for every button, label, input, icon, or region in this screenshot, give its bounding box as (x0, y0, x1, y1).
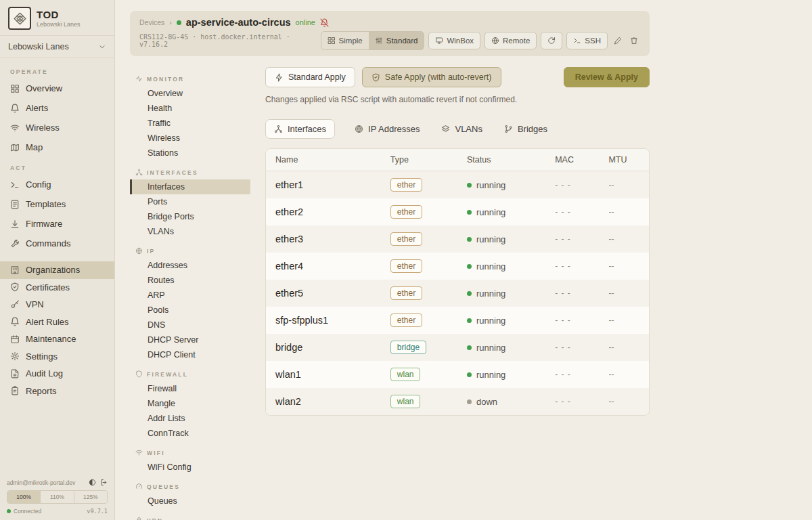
review-apply-button[interactable]: Review & Apply (564, 67, 650, 87)
org-selector[interactable]: Lebowski Lanes (0, 35, 114, 58)
subnav-item-arp[interactable]: ARP (130, 288, 250, 303)
sidebar-item-label: Organizations (26, 265, 80, 275)
standard-button[interactable]: Standard (369, 32, 424, 49)
tab-vlans[interactable]: VLANs (439, 119, 484, 139)
ssh-button[interactable]: SSH (566, 32, 608, 49)
type-cell: ether (381, 171, 457, 198)
app-version: v9.7.1 (87, 508, 108, 515)
subnav-item-vlans[interactable]: VLANs (130, 224, 250, 239)
subnav-item-interfaces[interactable]: Interfaces (130, 179, 250, 194)
subnav-item-ports[interactable]: Ports (130, 194, 250, 209)
sidebar-divider (0, 253, 114, 261)
tab-interfaces[interactable]: Interfaces (265, 119, 335, 139)
sidebar-item-certificates[interactable]: Certificates (0, 279, 114, 297)
mtu-cell: -- (599, 173, 649, 196)
pencil-icon (614, 37, 622, 45)
sidebar-item-reports[interactable]: Reports (0, 383, 114, 400)
subnav-item-label: Routes (148, 276, 175, 285)
standard-apply-button[interactable]: Standard Apply (265, 67, 355, 87)
table-row[interactable]: ether2etherrunning- - --- (266, 198, 649, 225)
subnav-item-traffic[interactable]: Traffic (130, 116, 250, 131)
subnav-item-bridge-ports[interactable]: Bridge Ports (130, 209, 250, 224)
subnav-item-addr-lists[interactable]: Addr Lists (130, 411, 250, 426)
zoom-110[interactable]: 110% (41, 491, 74, 503)
status-dot (467, 210, 472, 215)
sidebar-item-firmware[interactable]: Firmware (0, 214, 114, 234)
sidebar-item-overview[interactable]: Overview (0, 79, 114, 98)
safe-apply-label: Safe Apply (with auto-revert) (385, 72, 492, 82)
tab-bridges[interactable]: Bridges (502, 119, 549, 139)
type-cell: bridge (381, 334, 457, 361)
sidebar-item-wireless[interactable]: Wireless (0, 118, 114, 137)
sidebar-item-config[interactable]: Config (0, 175, 114, 194)
subnav-item-stations[interactable]: Stations (130, 146, 250, 160)
bell-icon (10, 317, 20, 326)
gear-icon (10, 351, 20, 361)
subnav-item-wifi-config[interactable]: WiFi Config (130, 460, 250, 475)
table-body: ether1etherrunning- - ---ether2etherrunn… (266, 171, 649, 415)
connection-status-dot (7, 509, 11, 513)
sidebar-section-operate: OPERATE (0, 61, 114, 79)
edit-button[interactable] (612, 32, 624, 49)
subnav-item-wireless[interactable]: Wireless (130, 131, 250, 146)
subnav-item-dhcp-client[interactable]: DHCP Client (130, 347, 250, 362)
sidebar-item-alert-rules[interactable]: Alert Rules (0, 313, 114, 331)
subnav-item-health[interactable]: Health (130, 101, 250, 116)
subnav-item-label: Pools (148, 305, 168, 315)
zoom-125[interactable]: 125% (74, 491, 107, 503)
table-row[interactable]: sfp-sfpplus1etherrunning- - --- (266, 307, 649, 334)
apply-bar: Standard Apply Safe Apply (with auto-rev… (265, 67, 650, 87)
table-row[interactable]: wlan1wlanrunning- - --- (266, 361, 649, 388)
sidebar-item-vpn[interactable]: VPN (0, 296, 114, 313)
subnav-item-routes[interactable]: Routes (130, 273, 250, 288)
status-label: running (476, 207, 505, 217)
subnav-item-conntrack[interactable]: ConnTrack (130, 426, 250, 441)
sidebar-item-organizations[interactable]: Organizations (0, 261, 114, 279)
subnav-item-mangle[interactable]: Mangle (130, 396, 250, 411)
sidebar-item-map[interactable]: Map (0, 137, 114, 157)
sidebar-item-audit-log[interactable]: Audit Log (0, 365, 114, 383)
tab-label: Bridges (518, 124, 547, 134)
sidebar-item-label: Overview (26, 83, 62, 93)
sidebar-item-templates[interactable]: Templates (0, 194, 114, 214)
button-label: WinBox (447, 37, 474, 45)
sidebar-item-commands[interactable]: Commands (0, 234, 114, 253)
bell-off-icon[interactable] (320, 18, 329, 27)
zoom-100[interactable]: 100% (7, 491, 41, 503)
logout-icon[interactable] (100, 479, 108, 486)
subnav-item-queues[interactable]: Queues (130, 494, 250, 508)
breadcrumb[interactable]: Devices (139, 18, 164, 26)
subnav-item-pools[interactable]: Pools (130, 303, 250, 318)
network-icon (274, 125, 283, 133)
sidebar-item-alerts[interactable]: Alerts (0, 98, 114, 118)
sidebar-item-maintenance[interactable]: Maintenance (0, 330, 114, 348)
activity-icon (135, 75, 143, 83)
status-cell: running (457, 282, 545, 305)
subnav-item-dns[interactable]: DNS (130, 318, 250, 332)
interface-name: sfp-sfpplus1 (266, 308, 381, 332)
sidebar-item-label: Wireless (26, 123, 60, 133)
subnav-item-firewall[interactable]: Firewall (130, 381, 250, 396)
table-row[interactable]: ether5etherrunning- - --- (266, 280, 649, 307)
winbox-button[interactable]: WinBox (428, 32, 480, 49)
remote-button[interactable]: Remote (484, 32, 537, 49)
sidebar: TOD Lebowski Lanes Lebowski Lanes OPERAT… (0, 0, 115, 520)
table-row[interactable]: bridgebridgerunning- - --- (266, 334, 649, 361)
refresh-button[interactable] (541, 32, 562, 49)
contrast-icon[interactable] (89, 479, 96, 486)
simple-button[interactable]: Simple (321, 32, 369, 49)
safe-apply-button[interactable]: Safe Apply (with auto-revert) (362, 67, 501, 87)
subnav-item-overview[interactable]: Overview (130, 86, 250, 101)
sidebar-item-settings[interactable]: Settings (0, 348, 114, 366)
table-row[interactable]: ether1etherrunning- - --- (266, 171, 649, 198)
subnav-item-dhcp-server[interactable]: DHCP Server (130, 332, 250, 347)
tab-ip-addresses[interactable]: IP Addresses (353, 119, 422, 139)
subnav-item-addresses[interactable]: Addresses (130, 258, 250, 273)
sidebar-item-label: Templates (26, 199, 66, 209)
delete-button[interactable] (628, 32, 640, 49)
table-row[interactable]: ether4etherrunning- - --- (266, 253, 649, 280)
status-cell: running (457, 200, 545, 224)
table-row[interactable]: ether3etherrunning- - --- (266, 225, 649, 253)
sidebar-item-label: Certificates (26, 282, 70, 292)
table-row[interactable]: wlan2wlandown- - --- (266, 388, 649, 415)
